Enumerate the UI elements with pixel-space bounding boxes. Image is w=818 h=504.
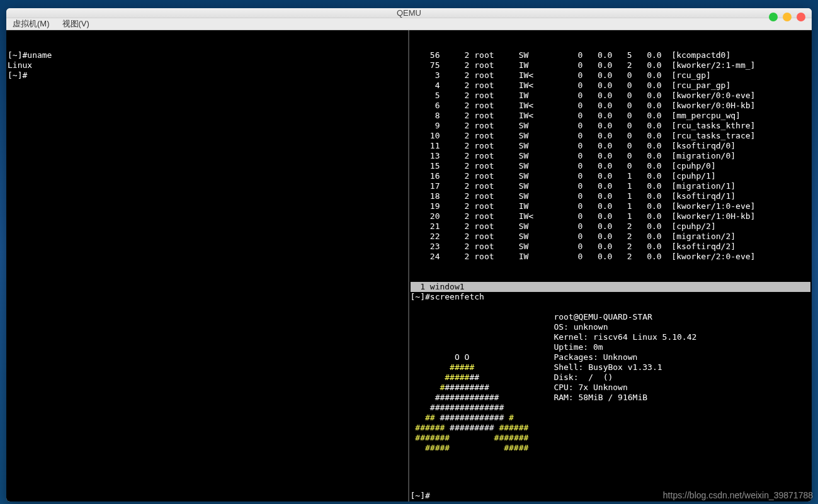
process-row: 22 2 root SW 0 0.0 2 0.0 [migration/2] bbox=[411, 232, 811, 242]
ascii-art-line: ###### ######### ###### bbox=[411, 423, 529, 433]
sysinfo-line: Disk: / () bbox=[554, 372, 696, 383]
terminal-line: [~]#uname bbox=[8, 50, 407, 60]
sysinfo-line: CPU: 7x Unknown bbox=[554, 383, 696, 393]
titlebar[interactable]: QEMU bbox=[6, 8, 812, 18]
sysinfo-line: root@QEMU-QUARD-STAR bbox=[554, 312, 696, 322]
process-row: 20 2 root IW< 0 0.0 1 0.0 [kworker/1:0H-… bbox=[411, 211, 811, 221]
close-button[interactable] bbox=[797, 13, 805, 21]
menu-vm[interactable]: 虚拟机(M) bbox=[13, 18, 50, 30]
process-row: 13 2 root SW 0 0.0 0 0.0 [migration/0] bbox=[411, 151, 811, 161]
ascii-art-line: ########## bbox=[411, 383, 529, 393]
sysinfo-line: Packages: Unknown bbox=[554, 352, 696, 362]
terminal-area[interactable]: [~]#unameLinux[~]# 56 2 root SW 0 0.0 5 … bbox=[6, 30, 812, 501]
ascii-art-line: ############# bbox=[411, 393, 529, 403]
process-row: 16 2 root SW 0 0.0 1 0.0 [cpuhp/1] bbox=[411, 171, 811, 181]
process-row: 17 2 root SW 0 0.0 1 0.0 [migration/1] bbox=[411, 181, 811, 191]
process-row: 8 2 root IW< 0 0.0 0 0.0 [mm_percpu_wq] bbox=[411, 111, 811, 121]
window-controls bbox=[769, 13, 805, 21]
menu-view[interactable]: 视图(V) bbox=[62, 18, 89, 30]
process-row: 11 2 root SW 0 0.0 0 0.0 [ksoftirqd/0] bbox=[411, 141, 811, 151]
pane-window1[interactable]: 56 2 root SW 0 0.0 5 0.0 [kcompactd0] 75… bbox=[409, 30, 812, 282]
ascii-art-line: O O bbox=[411, 352, 529, 362]
watermark: https://blog.csdn.net/weixin_39871788 bbox=[663, 490, 813, 500]
process-row: 24 2 root IW 0 0.0 2 0.0 [kworker/2:0-ev… bbox=[411, 252, 811, 262]
ascii-art-line: ####### bbox=[411, 372, 529, 383]
pane-window0[interactable]: [~]#unameLinux[~]# bbox=[6, 30, 409, 501]
process-row: 15 2 root SW 0 0.0 0 0.0 [cpuhp/0] bbox=[411, 161, 811, 171]
menubar: 虚拟机(M) 视图(V) bbox=[6, 18, 812, 30]
terminal-line: Linux bbox=[8, 60, 407, 70]
sysinfo-line: RAM: 58MiB / 916MiB bbox=[554, 393, 696, 403]
ascii-art-line: ## ############# # bbox=[411, 413, 529, 423]
ascii-art-line: ############### bbox=[411, 403, 529, 413]
process-row: 10 2 root SW 0 0.0 0 0.0 [rcu_tasks_trac… bbox=[411, 131, 811, 141]
ascii-art-line: ####### ####### bbox=[411, 433, 529, 443]
pane-window2[interactable]: 1 window1 [~]#screenfetch O O ##### ####… bbox=[409, 282, 812, 501]
process-row: 19 2 root IW 0 0.0 1 0.0 [kworker/1:0-ev… bbox=[411, 201, 811, 211]
window-title: QEMU bbox=[397, 8, 421, 18]
sysinfo-line: OS: unknown bbox=[554, 322, 696, 332]
terminal-line: [~]# bbox=[8, 70, 407, 81]
process-row: 21 2 root SW 0 0.0 2 0.0 [cpuhp/2] bbox=[411, 221, 811, 232]
minimize-button[interactable] bbox=[769, 13, 778, 21]
screenfetch-prompt: [~]#screenfetch bbox=[411, 292, 811, 302]
pane-title-1: 1 window1 bbox=[411, 282, 811, 292]
ascii-art-line: ##### ##### bbox=[411, 443, 529, 453]
qemu-window: QEMU 虚拟机(M) 视图(V) [~]#unameLinux[~]# 56 … bbox=[6, 8, 812, 501]
process-row: 5 2 root IW 0 0.0 0 0.0 [kworker/0:0-eve… bbox=[411, 91, 811, 101]
sysinfo-line: Uptime: 0m bbox=[554, 342, 696, 352]
process-row: 23 2 root SW 0 0.0 2 0.0 [ksoftirqd/2] bbox=[411, 242, 811, 252]
maximize-button[interactable] bbox=[783, 13, 792, 21]
process-row: 18 2 root SW 0 0.0 1 0.0 [ksoftirqd/1] bbox=[411, 191, 811, 201]
process-row: 3 2 root IW< 0 0.0 0 0.0 [rcu_gp] bbox=[411, 70, 811, 81]
process-row: 9 2 root SW 0 0.0 0 0.0 [rcu_tasks_kthre… bbox=[411, 121, 811, 131]
process-row: 75 2 root IW 0 0.0 2 0.0 [kworker/2:1-mm… bbox=[411, 60, 811, 70]
process-row: 56 2 root SW 0 0.0 5 0.0 [kcompactd0] bbox=[411, 50, 811, 60]
ascii-art-line: ##### bbox=[411, 362, 529, 372]
sysinfo-line: Kernel: riscv64 Linux 5.10.42 bbox=[554, 332, 696, 342]
process-row: 6 2 root IW< 0 0.0 0 0.0 [kworker/0:0H-k… bbox=[411, 101, 811, 111]
sysinfo-line: Shell: BusyBox v1.33.1 bbox=[554, 362, 696, 372]
process-row: 4 2 root IW< 0 0.0 0 0.0 [rcu_par_gp] bbox=[411, 81, 811, 91]
